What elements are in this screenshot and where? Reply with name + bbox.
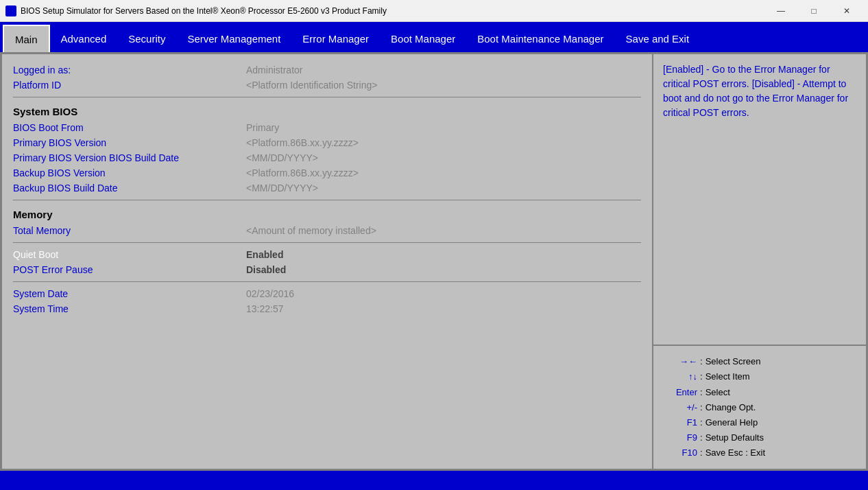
app-icon [5,5,16,16]
key-row: F10 : Save Esc : Exit [663,445,856,460]
key-separator: : [700,354,703,369]
table-row: Backup BIOS Version<Platform.86B.xx.yy.z… [13,165,641,180]
table-row: System Time13:22:57 [13,301,641,316]
nav-item-boot-manager[interactable]: Boot Manager [380,25,466,52]
field-label: POST Error Pause [13,264,246,275]
key-name: F9 [663,430,697,445]
nav-bar: MainAdvancedSecurityServer ManagementErr… [0,22,868,52]
nav-item-boot-maintenance-manager[interactable]: Boot Maintenance Manager [466,25,614,52]
field-value: <MM/DD/YYYY> [246,152,318,163]
main-content: Logged in as:AdministratorPlatform ID<Pl… [0,52,868,471]
field-value: 02/23/2016 [246,288,294,299]
field-value: <Platform.86B.xx.yy.zzzz> [246,167,359,178]
field-label: Primary BIOS Version [13,137,246,148]
key-description: Change Opt. [706,400,756,415]
title-text: BIOS Setup Simulator for Servers Based o… [21,6,765,16]
table-row: Logged in as:Administrator [13,62,641,78]
key-row: →← : Select Screen [663,354,856,369]
field-label: Platform ID [13,80,246,91]
field-label: System Time [13,303,246,314]
field-value: Primary [246,122,279,133]
table-row: Platform ID<Platform Identification Stri… [13,78,641,93]
keys-box: →← : Select Screen↑↓ : Select ItemEnter … [653,346,866,469]
nav-item-save-and-exit[interactable]: Save and Exit [615,25,701,52]
minimize-button[interactable]: — [765,1,797,21]
close-button[interactable]: ✕ [831,1,863,21]
field-value: Enabled [246,249,283,260]
key-row: F9 : Setup Defaults [663,430,856,445]
key-description: Save Esc : Exit [706,445,765,460]
key-row: Enter : Select [663,385,856,400]
key-description: General Help [706,415,758,430]
key-name: Enter [663,385,697,400]
key-description: Select Screen [706,354,761,369]
nav-item-main[interactable]: Main [3,25,50,52]
key-name: F10 [663,445,697,460]
key-separator: : [700,400,703,415]
field-value: <Platform.86B.xx.yy.zzzz> [246,137,359,148]
key-separator: : [700,385,703,400]
nav-item-advanced[interactable]: Advanced [50,25,118,52]
key-row: ↑↓ : Select Item [663,369,856,384]
key-description: Select Item [706,369,750,384]
key-row: F1 : General Help [663,415,856,430]
table-row: BIOS Boot FromPrimary [13,120,641,135]
key-separator: : [700,415,703,430]
key-name: F1 [663,415,697,430]
field-label: Logged in as: [13,65,246,75]
key-separator: : [700,430,703,445]
table-row: POST Error PauseDisabled [13,262,641,277]
key-name: ↑↓ [663,369,697,384]
field-label: Primary BIOS Version BIOS Build Date [13,152,246,163]
nav-item-security[interactable]: Security [117,25,176,52]
key-row: +/- : Change Opt. [663,400,856,415]
key-description: Setup Defaults [706,430,764,445]
title-bar: BIOS Setup Simulator for Servers Based o… [0,0,868,22]
key-description: Select [706,385,730,400]
key-name: →← [663,354,697,369]
table-row: Total Memory<Amount of memory installed> [13,223,641,238]
left-panel: Logged in as:AdministratorPlatform ID<Pl… [2,54,653,469]
window-controls: — □ ✕ [765,1,863,21]
key-separator: : [700,445,703,460]
field-label: Backup BIOS Version [13,167,246,178]
key-separator: : [700,369,703,384]
field-value: <MM/DD/YYYY> [246,183,318,194]
field-value: <Platform Identification String> [246,80,377,91]
nav-item-server-management[interactable]: Server Management [176,25,291,52]
field-label: Total Memory [13,225,246,236]
field-label: Quiet Boot [13,249,246,260]
field-value: Administrator [246,65,302,75]
nav-item-error-manager[interactable]: Error Manager [291,25,380,52]
system-bios-header: System BIOS [13,106,641,117]
table-row: Primary BIOS Version<Platform.86B.xx.yy.… [13,135,641,150]
memory-header: Memory [13,209,641,220]
table-row: Primary BIOS Version BIOS Build Date<MM/… [13,150,641,165]
field-value: <Amount of memory installed> [246,225,376,236]
table-row: Backup BIOS Build Date<MM/DD/YYYY> [13,180,641,196]
maximize-button[interactable]: □ [798,1,830,21]
field-label: Backup BIOS Build Date [13,183,246,194]
table-row: System Date02/23/2016 [13,286,641,301]
key-name: +/- [663,400,697,415]
field-label: System Date [13,288,246,299]
help-text: [Enabled] - Go to the Error Manager for … [663,64,848,118]
right-panel: [Enabled] - Go to the Error Manager for … [653,54,866,469]
table-row: Quiet BootEnabled [13,247,641,262]
field-label: BIOS Boot From [13,122,246,133]
help-box: [Enabled] - Go to the Error Manager for … [653,54,866,346]
field-value: Disabled [246,264,286,275]
bottom-bar [0,471,868,490]
field-value: 13:22:57 [246,303,284,314]
